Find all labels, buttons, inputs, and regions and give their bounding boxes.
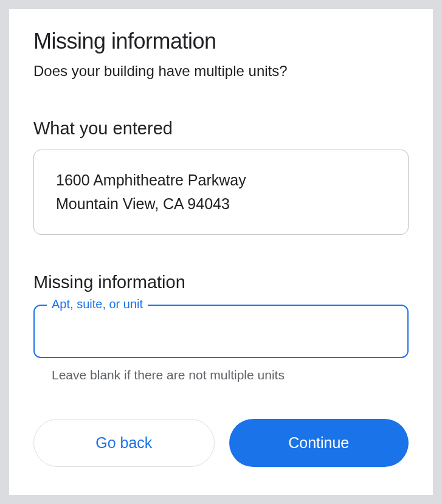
- unit-input-wrapper: Apt, suite, or unit: [33, 305, 409, 358]
- dialog-title: Missing information: [33, 29, 409, 54]
- address-line-1: 1600 Amphitheatre Parkway: [56, 168, 386, 192]
- missing-heading: Missing information: [33, 272, 409, 292]
- continue-button[interactable]: Continue: [229, 419, 409, 467]
- unit-input[interactable]: [33, 305, 409, 358]
- unit-helper-text: Leave blank if there are not multiple un…: [52, 368, 409, 382]
- unit-input-label: Apt, suite, or unit: [47, 297, 148, 311]
- dialog-card: Missing information Does your building h…: [9, 9, 433, 495]
- dialog-subtitle: Does your building have multiple units?: [33, 63, 409, 80]
- button-row: Go back Continue: [33, 419, 409, 467]
- address-line-2: Mountain View, CA 94043: [56, 192, 386, 216]
- go-back-button[interactable]: Go back: [33, 419, 215, 467]
- entered-address-box: 1600 Amphitheatre Parkway Mountain View,…: [33, 150, 409, 235]
- entered-heading: What you entered: [33, 119, 409, 139]
